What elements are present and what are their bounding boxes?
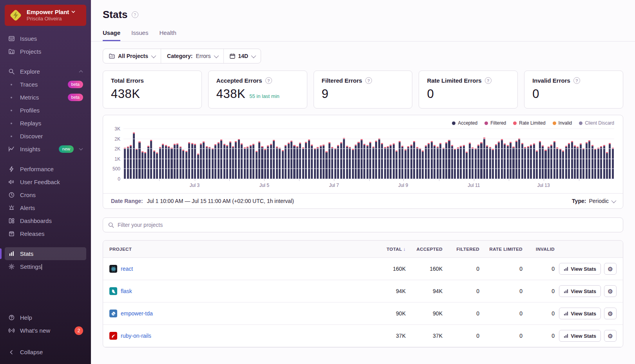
category-selector[interactable]: Category: Errors [161, 49, 223, 63]
sidebar-item-crons[interactable]: Crons [5, 188, 86, 201]
chart-bar [345, 129, 348, 179]
sidebar-item-explore[interactable]: Explore [5, 65, 86, 78]
page-help-icon[interactable]: ? [132, 11, 138, 18]
chart-bar [524, 129, 526, 179]
chart-bar [477, 129, 480, 179]
sidebar-item-performance[interactable]: Performance [5, 163, 86, 176]
view-stats-button[interactable]: View Stats [559, 263, 601, 275]
chart-bar [556, 129, 559, 179]
chart-bar [220, 129, 223, 179]
column-header-project[interactable]: PROJECT [109, 247, 363, 252]
sidebar-item-insights[interactable]: Insights new [5, 143, 86, 156]
x-axis-tick [403, 179, 404, 181]
sidebar-item-profiles[interactable]: Profiles [5, 104, 86, 117]
project-settings-button[interactable]: ⚙ [604, 308, 617, 319]
chart-bar [395, 129, 398, 179]
chart-bar [407, 129, 410, 179]
chart-type-selector[interactable]: Type: Periodic [572, 198, 615, 204]
project-link[interactable]: react [121, 266, 133, 272]
chart-bar [541, 129, 544, 179]
column-header-filtered[interactable]: FILTERED [443, 247, 479, 252]
chart-bar [600, 129, 602, 179]
project-settings-button[interactable]: ⚙ [604, 263, 617, 275]
view-stats-button[interactable]: View Stats [559, 308, 601, 319]
chart-bar [381, 129, 383, 179]
main-content: Stats ? Usage Issues Health All Projects… [91, 0, 635, 364]
project-selector[interactable]: All Projects [103, 49, 161, 63]
tab-health[interactable]: Health [159, 29, 176, 41]
chart-bar [439, 129, 442, 179]
chart-bar [185, 129, 188, 179]
search-icon [108, 222, 114, 228]
beta-badge: beta [68, 94, 83, 101]
sidebar-item-stats[interactable]: Stats [5, 247, 86, 260]
column-header-rate-limited[interactable]: RATE LIMITED [479, 247, 523, 252]
column-header-total[interactable]: TOTAL↓ [363, 246, 406, 252]
legend-item-accepted[interactable]: Accepted [452, 120, 477, 126]
project-link[interactable]: ruby-on-rails [121, 333, 151, 339]
help-icon[interactable]: ? [573, 77, 580, 84]
project-settings-button[interactable]: ⚙ [604, 285, 617, 297]
column-header-invalid[interactable]: INVALID [523, 247, 555, 252]
chart-bar [360, 129, 363, 179]
date-range-selector[interactable]: 14D [223, 49, 261, 63]
chart-bar [582, 129, 585, 179]
chevron-up-icon [79, 70, 83, 73]
x-axis-tick-label: Jul 13 [537, 183, 550, 188]
project-filter-input[interactable] [118, 222, 618, 228]
x-axis-tick [159, 179, 160, 181]
siren-icon [8, 205, 15, 211]
legend-item-invalid[interactable]: Invalid [553, 120, 572, 126]
x-axis-tick [439, 179, 439, 181]
chart-bar [401, 129, 404, 179]
chart-bar [313, 129, 316, 179]
chart-bar [202, 129, 205, 179]
card-invalid-errors: Invalid Errors? 0 [524, 71, 623, 109]
tab-usage[interactable]: Usage [103, 29, 120, 41]
sidebar-item-projects[interactable]: Projects [5, 45, 86, 58]
sidebar-item-help[interactable]: Help [5, 311, 86, 324]
sidebar-item-user-feedback[interactable]: User Feedback [5, 176, 86, 188]
chart-bar [527, 129, 530, 179]
sidebar-item-metrics[interactable]: Metrics beta [5, 91, 86, 104]
legend-item-filtered[interactable]: Filtered [484, 120, 506, 126]
chart-bar [132, 129, 135, 179]
chart-bar [389, 129, 392, 179]
help-icon [8, 314, 15, 321]
help-icon[interactable]: ? [265, 77, 272, 84]
view-stats-button[interactable]: View Stats [559, 330, 601, 342]
bullet-icon [8, 110, 15, 111]
y-axis-tick-label: 3K [114, 126, 120, 132]
sidebar-item-issues[interactable]: Issues [5, 32, 86, 45]
legend-item-rate-limited[interactable]: Rate Limited [513, 120, 545, 126]
calendar-icon [230, 53, 235, 59]
sidebar-item-settings[interactable]: Settings [5, 260, 86, 273]
project-link[interactable]: flask [121, 288, 132, 294]
sidebar-item-alerts[interactable]: Alerts [5, 201, 86, 214]
org-switcher[interactable]: Empower Plant Priscila Oliveira [5, 5, 86, 26]
view-stats-button[interactable]: View Stats [559, 285, 601, 297]
chart-bar [214, 129, 217, 179]
chart-bar [509, 129, 512, 179]
chart-bar [611, 129, 614, 179]
sidebar-item-dashboards[interactable]: Dashboards [5, 214, 86, 227]
chart-bar [232, 129, 234, 179]
sidebar-item-releases[interactable]: Releases [5, 227, 86, 240]
tab-issues[interactable]: Issues [131, 29, 148, 41]
legend-item-client-discard[interactable]: Client Discard [579, 120, 614, 126]
sidebar-item-whats-new[interactable]: What's new 2 [5, 324, 86, 337]
project-link[interactable]: empower-tda [121, 310, 153, 317]
column-header-accepted[interactable]: ACCEPTED [406, 247, 443, 252]
help-icon[interactable]: ? [485, 77, 492, 84]
beta-badge: beta [68, 81, 83, 88]
chart-bar [415, 129, 418, 179]
project-settings-button[interactable]: ⚙ [604, 330, 617, 342]
sidebar-item-traces[interactable]: Traces beta [5, 78, 86, 91]
sidebar-item-replays[interactable]: Replays [5, 117, 86, 130]
sidebar-item-discover[interactable]: Discover [5, 130, 86, 143]
chart-bar [173, 129, 176, 179]
sidebar-collapse-button[interactable]: Collapse [5, 346, 86, 359]
usage-chart-card: AcceptedFilteredRate LimitedInvalidClien… [103, 115, 623, 209]
help-icon[interactable]: ? [365, 77, 372, 84]
y-axis-tick-label: 0 [118, 176, 120, 182]
